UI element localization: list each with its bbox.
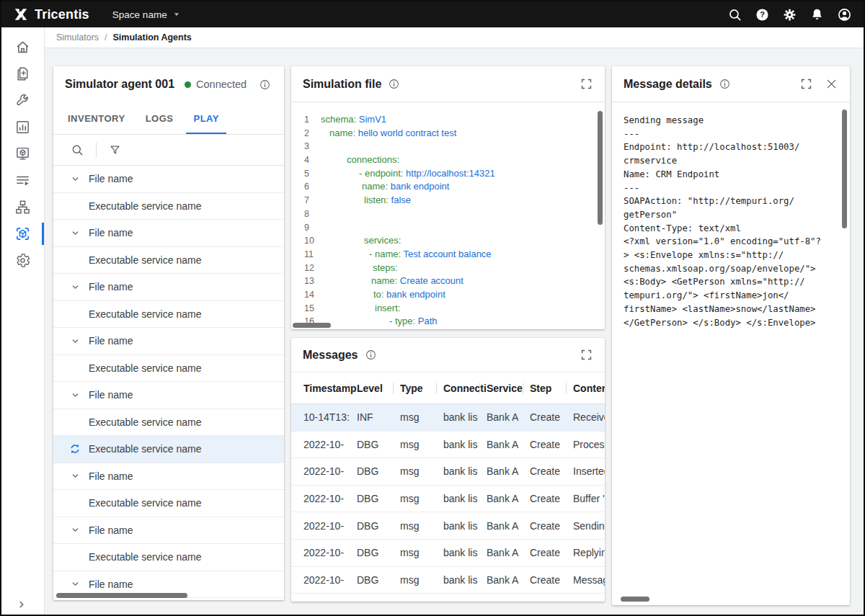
sidebar-item-cube-scan[interactable]: [1, 220, 44, 247]
tree-row-executable-service[interactable]: Executable service name: [53, 544, 284, 571]
sidebar-item-box-monitor[interactable]: [1, 140, 44, 167]
code-line: 2name: hello world contract test: [291, 127, 605, 140]
filter-icon[interactable]: [108, 143, 122, 157]
column-header-step[interactable]: Step: [530, 383, 573, 394]
message-cell: Bank A: [487, 574, 530, 586]
chevron-down-icon[interactable]: [69, 524, 81, 536]
chevron-down-icon[interactable]: [69, 578, 81, 590]
tree-row-file[interactable]: File name: [53, 166, 284, 193]
sidebar-item-gear[interactable]: [1, 247, 44, 274]
yaml-key: - name:: [369, 249, 401, 259]
yaml-code-viewer[interactable]: 1schema: SimV12name: hello world contrac…: [291, 102, 605, 329]
message-cell: Bank A: [487, 547, 530, 558]
tree-row-file[interactable]: File name: [53, 382, 284, 409]
message-cell: Create: [530, 411, 573, 423]
chevron-down-icon[interactable]: [69, 389, 81, 401]
tree-row-label: Executable service name: [89, 308, 201, 320]
code-line: 13name: Create account: [291, 274, 605, 288]
sidebar-item-sitemap[interactable]: [1, 194, 44, 220]
tree-row-executable-service[interactable]: Executable service name: [53, 436, 284, 463]
info-icon[interactable]: [719, 78, 731, 90]
message-row[interactable]: 2022-10-DBGmsgbank lisBank ACreateProces…: [291, 432, 605, 459]
info-icon[interactable]: [388, 78, 400, 90]
code-line: 11- name: Test account balance: [291, 248, 605, 262]
column-header-service[interactable]: Service: [487, 383, 530, 394]
chevron-down-icon[interactable]: [69, 335, 81, 347]
sidebar-expand-button[interactable]: [15, 598, 28, 611]
info-icon[interactable]: [365, 349, 377, 361]
tree-row-executable-service[interactable]: Executable service name: [53, 193, 284, 220]
column-header-content[interactable]: Content: [573, 383, 605, 394]
yaml-key: - endpoint:: [359, 168, 403, 179]
message-cell: Create: [530, 547, 573, 558]
column-header-level[interactable]: Level: [357, 383, 400, 394]
tab-logs[interactable]: LOGS: [136, 102, 184, 134]
line-number: 3: [291, 140, 313, 153]
chevron-down-icon[interactable]: [69, 281, 81, 293]
column-header-timestamp[interactable]: Timestamp: [303, 383, 357, 394]
line-number: 7: [291, 194, 313, 207]
space-selector[interactable]: Space name: [112, 9, 182, 20]
expand-icon[interactable]: [580, 348, 593, 362]
tree-row-file[interactable]: File name: [53, 220, 284, 247]
tree-row-label: File name: [89, 525, 133, 536]
sidebar-item-bar-chart[interactable]: [1, 114, 44, 140]
message-cell: msg: [400, 574, 443, 586]
settings-icon[interactable]: [782, 7, 797, 22]
tab-inventory[interactable]: INVENTORY: [58, 102, 136, 134]
help-icon[interactable]: ?: [755, 7, 770, 22]
tree-row-executable-service[interactable]: Executable service name: [53, 247, 284, 274]
message-cell: bank lis: [443, 439, 487, 450]
tree-row-file[interactable]: File name: [53, 274, 284, 301]
message-row[interactable]: 2022-10-DBGmsgbank lisBank ACreateMessag…: [291, 567, 605, 594]
sidebar-item-wrench[interactable]: [1, 87, 44, 114]
expand-icon[interactable]: [799, 77, 813, 91]
tree-row-file[interactable]: File name: [53, 517, 284, 545]
message-row[interactable]: 2022-10-DBGmsgbank lisBank ACreateReplyi…: [291, 540, 605, 567]
tree-row-label: File name: [89, 335, 133, 347]
message-row[interactable]: 2022-10-DBGmsgbank lisBank ACreateBuffer…: [291, 486, 605, 513]
sidebar-item-list-play[interactable]: [1, 167, 44, 194]
info-icon[interactable]: [259, 79, 271, 91]
message-row[interactable]: 2022-10-DBGmsgbank lisBank ACreateInsert…: [291, 458, 605, 486]
message-details-body[interactable]: Sending message --- Endpoint: http://loc…: [612, 102, 850, 605]
message-row[interactable]: 10-14T13:INFmsgbank lisBank ACreateRecei…: [291, 404, 605, 432]
search-icon[interactable]: [727, 7, 742, 22]
message-details-header: Message details: [612, 66, 850, 102]
breadcrumb-parent[interactable]: Simulators: [56, 32, 99, 43]
sidebar-item-home[interactable]: [1, 34, 44, 61]
expand-icon[interactable]: [580, 77, 593, 91]
notifications-icon[interactable]: [809, 7, 825, 22]
chevron-down-icon[interactable]: [69, 227, 81, 239]
account-icon[interactable]: [837, 7, 852, 22]
tree-row-executable-service[interactable]: Executable service name: [53, 409, 284, 437]
chevron-down-icon[interactable]: [69, 470, 81, 482]
message-cell: Buffer ': [573, 493, 605, 504]
search-icon[interactable]: [71, 143, 84, 157]
yaml-value: http://localhost:14321: [403, 168, 494, 179]
message-row[interactable]: 2022-10-DBGmsgbank lisBank ACreateSendin…: [291, 512, 605, 540]
status-dot: [185, 81, 191, 88]
details-hscrollbar-thumb[interactable]: [621, 597, 649, 602]
line-number: 8: [291, 207, 313, 221]
chevron-down-icon[interactable]: [69, 173, 81, 185]
simfile-hscrollbar-thumb[interactable]: [293, 323, 331, 328]
details-vscrollbar-thumb[interactable]: [842, 110, 847, 228]
tab-play[interactable]: PLAY: [183, 102, 229, 134]
yaml-key: steps:: [373, 262, 398, 273]
tree-row-file[interactable]: File name: [53, 463, 284, 491]
tree-row-label: Executable service name: [89, 362, 201, 374]
column-header-connection[interactable]: Connection: [443, 383, 487, 394]
close-icon[interactable]: [825, 77, 838, 91]
sidebar-item-file-plus[interactable]: [1, 61, 44, 87]
column-header-type[interactable]: Type: [400, 383, 443, 394]
breadcrumb-separator: /: [105, 32, 107, 43]
agent-hscrollbar-thumb[interactable]: [56, 593, 187, 598]
yaml-value: Test account balance: [401, 249, 492, 259]
tree-row-file[interactable]: File name: [53, 328, 284, 355]
tree-row-executable-service[interactable]: Executable service name: [53, 301, 284, 329]
message-cell: Bank A: [487, 411, 530, 423]
tree-row-executable-service[interactable]: Executable service name: [53, 355, 284, 383]
simfile-vscrollbar-thumb[interactable]: [598, 111, 603, 225]
tree-row-executable-service[interactable]: Executable service name: [53, 490, 284, 517]
